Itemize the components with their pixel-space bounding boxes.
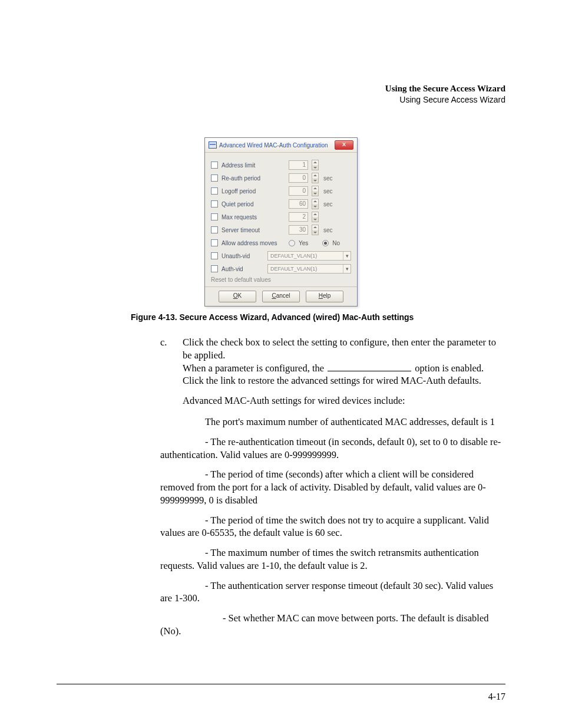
spinner-buttons[interactable] (312, 160, 319, 170)
spinner-maxreq[interactable]: 2 (289, 212, 308, 222)
label-server-to: Server timeout (222, 227, 285, 233)
unit-sec: sec (323, 188, 333, 195)
bullet-address-limit: The port's maximum number of authenticat… (160, 416, 505, 429)
dropdown-unauth[interactable]: DEFAULT_VLAN(1) ▾ (267, 251, 351, 261)
row-logoff-period: Logoff period 0 sec (211, 185, 351, 197)
dropdown-auth[interactable]: DEFAULT_VLAN(1) ▾ (267, 264, 351, 274)
dialog-body: Address limit 1 Re-auth period 0 sec Log… (205, 153, 357, 286)
row-unauth-vid: Unauth-vid DEFAULT_VLAN(1) ▾ (211, 249, 351, 262)
unit-sec: sec (323, 175, 333, 182)
unit-sec: sec (323, 201, 333, 207)
header-title: Using the Secure Access Wizard (57, 83, 505, 94)
help-button[interactable]: Help (306, 291, 343, 302)
bullet-maxreq: - The maximum number of times the switch… (160, 546, 505, 572)
checkbox-logoff[interactable] (211, 187, 218, 195)
step-text-1: Click the check box to select the settin… (183, 337, 496, 361)
dialog-title-text: Advanced Wired MAC-Auth Configuration (219, 142, 328, 149)
checkbox-server-to[interactable] (211, 226, 218, 233)
checkbox-quiet[interactable] (211, 200, 218, 207)
checkbox-unauth[interactable] (211, 252, 218, 259)
radio-no-label: No (332, 240, 340, 246)
page: Using the Secure Access Wizard Using Sec… (0, 0, 562, 728)
spinner-buttons[interactable] (312, 212, 319, 222)
label-reauth: Re-auth period (222, 175, 285, 182)
bullet-allow-moves: - Set whether MAC can move between ports… (160, 612, 505, 638)
chevron-down-icon: ▾ (343, 252, 351, 260)
footer-rule (57, 684, 505, 684)
spinner-buttons[interactable] (312, 186, 319, 196)
row-address-limit: Address limit 1 (211, 159, 351, 172)
step-content: Click the check box to select the settin… (183, 336, 505, 407)
blank-line (328, 371, 411, 371)
radio-yes-label: Yes (299, 240, 308, 246)
checkbox-reauth[interactable] (211, 174, 218, 182)
checkbox-address-limit[interactable] (211, 162, 218, 169)
spinner-buttons[interactable] (312, 225, 319, 235)
checkbox-maxreq[interactable] (211, 213, 218, 220)
page-number: 4-17 (488, 691, 505, 702)
radio-yes[interactable] (289, 240, 295, 246)
intro-line: Advanced MAC-Auth settings for wired dev… (183, 394, 505, 407)
spinner-reauth[interactable]: 0 (289, 173, 308, 183)
dialog-button-bar: OK Cancel Help (205, 286, 357, 306)
bullet-server-to: - The authentication server response tim… (160, 579, 505, 605)
ok-button[interactable]: OK (219, 291, 256, 302)
checkbox-allow-moves[interactable] (211, 239, 218, 246)
step-text-2a: When a parameter is configured, the (183, 363, 326, 374)
spinner-buttons[interactable] (312, 173, 319, 183)
reset-link[interactable]: Reset to default values (211, 276, 351, 283)
label-logoff: Logoff period (222, 188, 285, 195)
page-header: Using the Secure Access Wizard Using Sec… (57, 83, 505, 106)
dialog-titlebar: Advanced Wired MAC-Auth Configuration X (205, 138, 357, 153)
unit-sec: sec (323, 227, 333, 233)
figure: Advanced Wired MAC-Auth Configuration X … (57, 137, 505, 307)
figure-caption: Figure 4-13. Secure Access Wizard, Advan… (131, 312, 505, 322)
label-allow-moves: Allow address moves (222, 240, 285, 246)
bullet-logoff: - The period of time (seconds) after whi… (160, 468, 505, 506)
row-allow-moves: Allow address moves Yes No (211, 236, 351, 249)
label-maxreq: Max requests (222, 214, 285, 220)
monitor-icon (209, 141, 217, 149)
dialog-window: Advanced Wired MAC-Auth Configuration X … (204, 137, 358, 307)
row-auth-vid: Auth-vid DEFAULT_VLAN(1) ▾ (211, 262, 351, 275)
label-auth: Auth-vid (222, 266, 264, 272)
label-quiet: Quiet period (222, 201, 285, 207)
chevron-down-icon: ▾ (343, 265, 351, 273)
row-quiet-period: Quiet period 60 sec (211, 197, 351, 210)
row-server-timeout: Server timeout 30 sec (211, 223, 351, 236)
spinner-logoff[interactable]: 0 (289, 186, 308, 196)
radio-no[interactable] (322, 240, 329, 246)
checkbox-auth[interactable] (211, 265, 218, 272)
row-max-requests: Max requests 2 (211, 210, 351, 223)
cancel-button[interactable]: Cancel (262, 291, 300, 302)
spinner-server-to[interactable]: 30 (289, 225, 308, 235)
dropdown-unauth-value: DEFAULT_VLAN(1) (270, 252, 317, 260)
row-reauth-period: Re-auth period 0 sec (211, 172, 351, 185)
settings-list: The port's maximum number of authenticat… (160, 416, 505, 638)
spinner-buttons[interactable] (312, 199, 319, 209)
dropdown-auth-value: DEFAULT_VLAN(1) (270, 265, 317, 273)
close-icon[interactable]: X (335, 140, 353, 150)
bullet-reauth: - The re-authentication timeout (in seco… (160, 436, 505, 462)
spinner-quiet[interactable]: 60 (289, 199, 308, 209)
spinner-address-limit[interactable]: 1 (289, 160, 308, 170)
label-unauth: Unauth-vid (222, 253, 264, 259)
step-c: c. Click the check box to select the set… (160, 336, 505, 407)
header-subtitle: Using Secure Access Wizard (57, 94, 505, 106)
step-marker: c. (160, 336, 170, 407)
bullet-quiet: - The period of time the switch does not… (160, 514, 505, 540)
label-address-limit: Address limit (222, 162, 285, 169)
body-text: c. Click the check box to select the set… (57, 336, 505, 638)
